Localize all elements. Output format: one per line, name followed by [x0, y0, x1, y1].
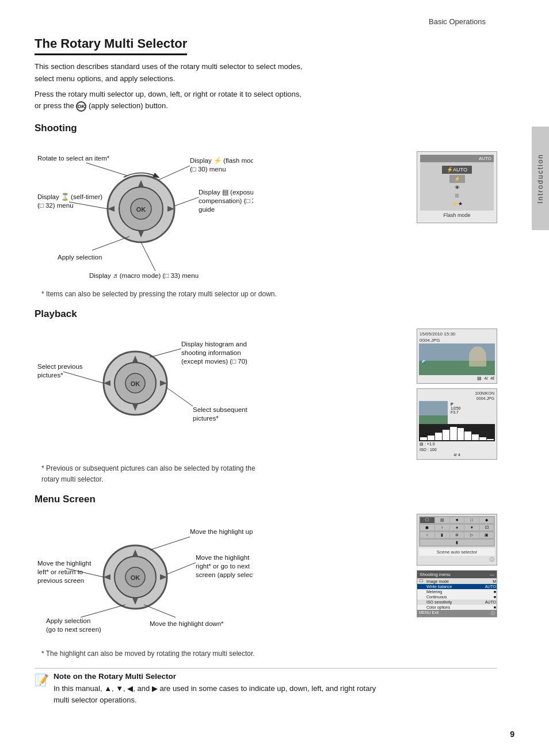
shooting-diagram: OK: [35, 140, 253, 284]
menu-section: OK Move the highlight up* Move the highl…: [35, 511, 497, 645]
menu-diagram: OK Move the highlight up* Move the highl…: [35, 511, 253, 643]
playback-preview-1: 15/05/2010 15:30 0004.JPG 🌊 ▤4/4ℓ: [417, 329, 497, 384]
note-section: 📝 Note on the Rotary Multi Selector In t…: [35, 668, 497, 706]
svg-line-22: [141, 242, 155, 271]
svg-line-13: [92, 236, 129, 250]
side-tab: Introduction: [532, 127, 549, 230]
shooting-section: OK: [35, 140, 497, 285]
svg-text:Move the highlight: Move the highlight: [37, 560, 92, 567]
svg-text:pictures*: pictures*: [37, 372, 63, 379]
playback-filename: 0004.JPG: [419, 337, 495, 343]
playback-section: OK Select previous pictures*: [35, 326, 497, 460]
svg-line-15: [158, 166, 190, 180]
note-text-1: In this manual, ▲, ▼, ◀, and ▶ are used …: [54, 683, 376, 694]
menu-screen-title: Menu Screen: [35, 494, 497, 505]
svg-text:Move the highlight up*: Move the highlight up*: [190, 528, 253, 535]
shooting-diagram-area: OK: [35, 140, 408, 285]
svg-text:previous screen: previous screen: [37, 577, 84, 584]
svg-text:Display ♬ (macro mode) (□ 33) : Display ♬ (macro mode) (□ 33) menu: [89, 272, 199, 279]
svg-text:Display ▤ (exposure: Display ▤ (exposure: [199, 189, 253, 196]
svg-text:Display ⌛ (self-timer): Display ⌛ (self-timer): [37, 193, 102, 201]
note-title: Note on the Rotary Multi Selector: [54, 672, 376, 681]
svg-text:Select previous: Select previous: [37, 363, 83, 370]
svg-line-56: [81, 605, 125, 617]
svg-line-18: [174, 197, 199, 206]
svg-text:compensation) (□ 34): compensation) (□ 34): [199, 197, 253, 204]
playback-filename2: 0004.JPG: [419, 396, 495, 401]
svg-text:guide: guide: [199, 206, 215, 213]
svg-text:(□ 32) menu: (□ 32) menu: [37, 202, 74, 209]
flash-preview-title: Flash mode: [420, 211, 494, 220]
svg-line-10: [69, 202, 108, 209]
svg-text:OK: OK: [131, 380, 140, 387]
ok-button-inline: OK: [76, 101, 86, 112]
menu-preview-shooting: Shooting menu — ☐ Image mode M White bal…: [417, 570, 497, 617]
playback-folder: 100NIKON: [419, 391, 495, 396]
playback-date: 15/05/2010 15:30: [419, 331, 495, 337]
svg-text:Display ⚡ (flash mode): Display ⚡ (flash mode): [190, 156, 253, 165]
playback-preview-2: 100NIKON 0004.JPG P 1/250 F3.7: [417, 388, 497, 460]
svg-text:OK: OK: [136, 206, 146, 213]
note-icon: 📝: [35, 673, 49, 687]
svg-line-50: [150, 537, 190, 550]
header-title: Basic Operations: [429, 17, 486, 26]
menu-preview-icons: ☐ ▤ ■ □ ◆ ◼ ♀ ♠ ♥ ⚀: [417, 514, 497, 566]
side-tab-label: Introduction: [536, 154, 544, 204]
menu-footnote: * The highlight can also be moved by rot…: [35, 650, 497, 658]
svg-text:Move the highlight down*: Move the highlight down*: [150, 620, 224, 627]
svg-text:screen (apply selection): screen (apply selection): [196, 571, 253, 578]
svg-text:right* or go to next: right* or go to next: [196, 563, 250, 570]
svg-text:OK: OK: [131, 574, 140, 581]
svg-line-8: [86, 163, 127, 175]
svg-line-32: [63, 372, 104, 383]
playback-previews: 15/05/2010 15:30 0004.JPG 🌊 ▤4/4ℓ: [417, 329, 497, 460]
svg-line-61: [167, 563, 196, 574]
playback-title: Playback: [35, 308, 497, 320]
svg-text:shooting information: shooting information: [181, 349, 241, 356]
intro-text-2: Press the rotary multi selector up, down…: [35, 89, 497, 113]
note-content: Note on the Rotary Multi Selector In thi…: [54, 672, 376, 706]
svg-text:(except movies) (□ 70): (except movies) (□ 70): [181, 358, 247, 365]
flash-mode-preview: AUTO ⚡AUTO ⚡ 👁 ⚡⃠ ⚡★ Flash mode: [417, 151, 497, 285]
playback-diagram: OK Select previous pictures*: [35, 326, 253, 441]
svg-line-39: [167, 388, 193, 406]
svg-line-59: [144, 605, 176, 617]
svg-text:pictures*: pictures*: [193, 415, 219, 422]
svg-text:Rotate to select an item*: Rotate to select an item*: [37, 155, 110, 162]
shooting-footnote: * Items can also be selected by pressing…: [35, 290, 497, 298]
playback-diagram-area: OK Select previous pictures*: [35, 326, 408, 460]
svg-line-35: [150, 349, 181, 357]
svg-text:Select subsequent: Select subsequent: [193, 406, 247, 413]
svg-text:Move the highlight: Move the highlight: [196, 554, 250, 561]
shooting-title: Shooting: [35, 123, 497, 134]
main-title: The Rotary Multi Selector: [35, 36, 187, 55]
svg-text:Display histogram and: Display histogram and: [181, 341, 247, 348]
menu-previews: ☐ ▤ ■ □ ◆ ◼ ♀ ♠ ♥ ⚀: [417, 514, 497, 645]
intro-text-1: This section describes standard uses of …: [35, 61, 497, 85]
page-header: Basic Operations: [35, 17, 520, 26]
menu-diagram-area: OK Move the highlight up* Move the highl…: [35, 511, 408, 645]
svg-text:Apply selection: Apply selection: [58, 254, 102, 261]
svg-text:Apply selection: Apply selection: [46, 617, 90, 624]
playback-footnote-1: * Previous or subsequent pictures can al…: [35, 464, 497, 472]
svg-text:(□ 30) menu: (□ 30) menu: [190, 166, 226, 173]
page-number: 9: [510, 730, 514, 739]
svg-text:left* or return to: left* or return to: [37, 568, 83, 575]
histogram-chart: [419, 424, 495, 441]
playback-footnote-2: rotary multi selector.: [35, 475, 497, 483]
svg-text:(go to next screen): (go to next screen): [46, 626, 101, 633]
note-text-2: multi selector operations.: [54, 694, 376, 706]
